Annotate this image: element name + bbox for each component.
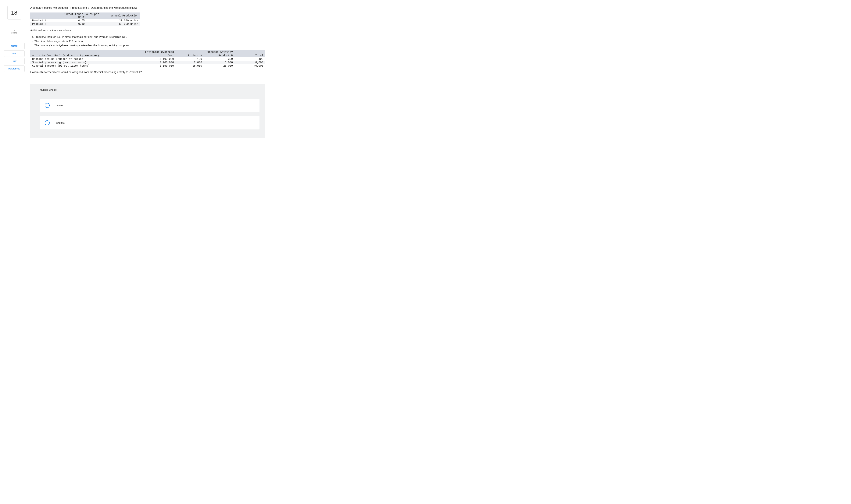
product-data-table: Direct Labor-Hours per Unit Annual Produ… — [30, 13, 140, 26]
question-sidebar: 18 1 points eBook Ask Print References — [2, 4, 27, 138]
col-product-a: Product A — [176, 54, 204, 57]
table-header-row: Activity Cost Pool (and Activity Measure… — [30, 54, 265, 57]
table-row: Product A 0.75 20,000 units — [30, 19, 140, 22]
col-annual: Annual Production — [102, 13, 140, 19]
info-item: The direct labor wage rate is $18 per ho… — [34, 39, 844, 43]
cell-pool: Machine setups (number of setups) — [30, 57, 138, 61]
cell-total: 400 — [235, 57, 265, 61]
cell-cost: $ 100,000 — [138, 57, 176, 61]
cell-total: 40,000 — [235, 64, 265, 68]
question-prompt: How much overhead cost would be assigned… — [30, 70, 844, 74]
activity-cost-pool-table: Estimated Overhead Expected Activity Act… — [30, 50, 265, 68]
row-name: Product A — [30, 19, 60, 22]
cell-pb: 300 — [204, 57, 235, 61]
ask-button-label: Ask — [12, 52, 16, 55]
cell-total: 8,000 — [235, 61, 265, 64]
row-dlh: 0.50 — [60, 22, 102, 26]
cell-pb: 6,000 — [204, 61, 235, 64]
radio-icon — [45, 120, 50, 125]
answer-type-label: Multiple Choice — [40, 88, 260, 91]
cell-pa: 100 — [176, 57, 204, 61]
additional-info-list: Product A requires $40 in direct materia… — [30, 35, 844, 48]
cell-pa: 15,000 — [176, 64, 204, 68]
choice-label: $50,000 — [56, 104, 65, 107]
references-button[interactable]: References — [4, 66, 24, 72]
table-super-header-row: Estimated Overhead Expected Activity — [30, 50, 265, 54]
cell-pb: 25,000 — [204, 64, 235, 68]
row-annual: 20,000 units — [102, 19, 140, 22]
additional-intro: Additional information is as follows: — [30, 29, 844, 32]
table-row: Product B 0.50 50,000 units — [30, 22, 140, 26]
print-button[interactable]: Print — [4, 58, 24, 64]
row-dlh: 0.75 — [60, 19, 102, 22]
cell-pool: General factory (Direct labor-hours) — [30, 64, 138, 68]
question-body: A company makes two products—Product A a… — [27, 4, 849, 138]
col-total: Total — [235, 54, 265, 57]
table-header-row: Direct Labor-Hours per Unit Annual Produ… — [30, 13, 140, 19]
table-row: General factory (Direct labor-hours) $ 1… — [30, 64, 265, 68]
cell-pool: Special processing (machine-hours) — [30, 61, 138, 64]
ebook-button[interactable]: eBook — [4, 43, 24, 49]
print-button-label: Print — [12, 60, 17, 62]
choice-label: $40,000 — [56, 122, 65, 124]
ebook-button-label: eBook — [11, 45, 17, 47]
col-group-expected: Expected Activity — [204, 50, 235, 54]
answer-choice[interactable]: $40,000 — [40, 116, 260, 129]
col-product-b: Product B — [204, 54, 235, 57]
col-cost: Cost — [138, 54, 176, 57]
cell-cost: $ 200,000 — [138, 61, 176, 64]
ask-button[interactable]: Ask — [4, 50, 24, 57]
radio-icon — [45, 103, 50, 108]
table-row: Machine setups (number of setups) $ 100,… — [30, 57, 265, 61]
answer-area: Multiple Choice $50,000 $40,000 — [30, 84, 265, 138]
info-item: Product A requires $40 in direct materia… — [34, 35, 844, 39]
points-value: 1 — [2, 28, 27, 31]
col-pool: Activity Cost Pool (and Activity Measure… — [30, 54, 138, 57]
page-root: 18 1 points eBook Ask Print References A… — [0, 0, 851, 146]
col-dlh: Direct Labor-Hours per Unit — [60, 13, 102, 19]
col-group-eoc: Estimated Overhead — [138, 50, 176, 54]
points-label: points — [11, 32, 17, 34]
references-button-label: References — [8, 67, 20, 70]
points-block: 1 points — [2, 28, 27, 34]
cell-cost: $ 150,000 — [138, 64, 176, 68]
row-name: Product B — [30, 22, 60, 26]
question-intro: A company makes two products—Product A a… — [30, 6, 844, 10]
question-number-box: 18 — [7, 6, 21, 19]
answer-choice[interactable]: $50,000 — [40, 99, 260, 112]
cell-pa: 2,000 — [176, 61, 204, 64]
question-number: 18 — [11, 10, 17, 16]
row-annual: 50,000 units — [102, 22, 140, 26]
info-item: The company's activity-based costing sys… — [34, 43, 844, 48]
table-row: Special processing (machine-hours) $ 200… — [30, 61, 265, 64]
